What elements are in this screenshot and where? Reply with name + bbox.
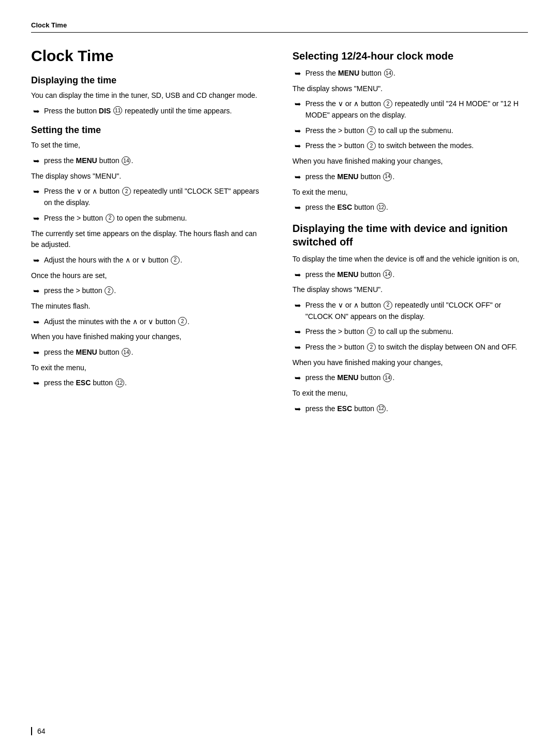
bullet-arrow-icon: ➥ — [295, 172, 301, 182]
section-displaying-time: Displaying the time You can display the … — [31, 75, 267, 117]
bullet-switch-on-off-text: Press the > button 2 to switch the displ… — [305, 342, 528, 353]
bullet-press-gt-1: ➥ press the > button 2. — [31, 285, 267, 297]
once-hours-set: Once the hours are set, — [31, 270, 267, 282]
bullet-arrow-icon: ➥ — [295, 99, 301, 109]
bullet-arrow-icon: ➥ — [33, 286, 40, 296]
bullet-clock-set-1: ➥ Press the ∨ or ∧ button 2 repeatedly u… — [31, 186, 267, 208]
bullet-adjust-hours: ➥ Adjust the hours with the ∧ or ∨ butto… — [31, 255, 267, 266]
bullet-arrow-icon: ➥ — [295, 301, 301, 310]
ignition-off-intro: To display the time when the device is o… — [292, 254, 528, 265]
bullet-arrow-icon: ➥ — [33, 156, 40, 166]
bullet-arrow-icon: ➥ — [295, 141, 301, 151]
displaying-time-body: You can display the time in the tuner, S… — [31, 90, 267, 101]
section-setting-time-title: Setting the time — [31, 125, 267, 136]
bullet-menu-r3: ➥ press the MENU button 14. — [292, 269, 528, 281]
bullet-arrow-icon: ➥ — [295, 203, 301, 212]
circled-14f: 14 — [383, 373, 392, 382]
bullet-menu-2-text: press the MENU button 14. — [44, 347, 267, 358]
section-clock-mode-title: Selecting 12/24-hour clock mode — [292, 49, 528, 63]
setting-time-intro: To set the time, — [31, 140, 267, 151]
bullet-dis-button: ➥ Press the button DIS 11 repeatedly unt… — [31, 106, 267, 117]
bullet-arrow-icon: ➥ — [295, 373, 301, 383]
bullet-esc-r2: ➥ press the ESC button 12. — [292, 403, 528, 415]
bullet-menu-2: ➥ press the MENU button 14. — [31, 347, 267, 358]
bullet-menu-r1-text: Press the MENU button 14. — [305, 68, 528, 79]
page-number: 64 — [31, 727, 46, 735]
bullet-call-submenu-r1-text: Press the > button 2 to call up the subm… — [305, 125, 528, 137]
section-setting-time: Setting the time To set the time, ➥ pres… — [31, 125, 267, 389]
display-shows-menu-3: The display shows "MENU". — [292, 284, 528, 296]
bullet-arrow-icon: ➥ — [295, 327, 301, 337]
circled-2e: 2 — [178, 317, 187, 326]
bullet-clock-off-text: Press the ∨ or ∧ button 2 repeatedly unt… — [305, 300, 528, 322]
finished-changes-r2: When you have finished making your chang… — [292, 357, 528, 369]
circled-12c: 12 — [377, 404, 386, 413]
bullet-arrow-icon: ➥ — [295, 69, 301, 78]
circled-14c: 14 — [384, 69, 393, 78]
bullet-menu-r3-text: press the MENU button 14. — [305, 269, 528, 281]
bullet-menu-r4: ➥ press the MENU button 14. — [292, 372, 528, 384]
exit-menu-r2: To exit the menu, — [292, 388, 528, 399]
main-title: Clock Time — [31, 47, 267, 65]
bullet-esc-1: ➥ press the ESC button 12. — [31, 377, 267, 389]
circled-2h: 2 — [367, 141, 376, 150]
finished-changes-1: When you have finished making your chang… — [31, 331, 267, 343]
bullet-adjust-minutes: ➥ Adjust the minutes with the ∧ or ∨ but… — [31, 316, 267, 328]
circled-2f: 2 — [384, 99, 392, 108]
finished-changes-r1: When you have finished making your chang… — [292, 156, 528, 167]
exit-menu-r1: To exit the menu, — [292, 187, 528, 198]
section-ignition-off: Displaying the time with device and igni… — [292, 222, 528, 415]
circled-2c: 2 — [171, 256, 180, 265]
bullet-adjust-hours-text: Adjust the hours with the ∧ or ∨ button … — [44, 255, 267, 266]
exit-menu-1: To exit the menu, — [31, 362, 267, 374]
circled-2i: 2 — [384, 301, 392, 310]
bullet-24h-mode-text: Press the ∨ or ∧ button 2 repeatedly unt… — [305, 98, 528, 121]
right-column: Selecting 12/24-hour clock mode ➥ Press … — [292, 47, 528, 423]
bullet-switch-modes: ➥ Press the > button 2 to switch between… — [292, 140, 528, 152]
circled-2g: 2 — [367, 126, 376, 135]
bullet-menu-r4-text: press the MENU button 14. — [305, 372, 528, 384]
bullet-call-submenu-r2-text: Press the > button 2 to call up the subm… — [305, 326, 528, 338]
content-grid: Clock Time Displaying the time You can d… — [31, 47, 528, 423]
circled-14d: 14 — [383, 172, 392, 181]
bullet-24h-mode: ➥ Press the ∨ or ∧ button 2 repeatedly u… — [292, 98, 528, 121]
bullet-menu-r2: ➥ press the MENU button 14. — [292, 171, 528, 183]
section-clock-mode: Selecting 12/24-hour clock mode ➥ Press … — [292, 49, 528, 213]
bullet-arrow-icon: ➥ — [33, 379, 40, 388]
circled-2k: 2 — [367, 343, 376, 352]
bullet-clock-off: ➥ Press the ∨ or ∧ button 2 repeatedly u… — [292, 300, 528, 322]
section-displaying-time-title: Displaying the time — [31, 75, 267, 86]
bullet-clock-set-1-text: Press the ∨ or ∧ button 2 repeatedly unt… — [44, 186, 267, 208]
left-column: Clock Time Displaying the time You can d… — [31, 47, 267, 423]
circled-14a: 14 — [122, 156, 130, 165]
minutes-flash: The minutes flash. — [31, 301, 267, 312]
page: Clock Time Clock Time Displaying the tim… — [0, 0, 559, 756]
circled-14b: 14 — [122, 348, 130, 357]
bullet-arrow-icon: ➥ — [295, 126, 301, 136]
display-shows-menu-1: The display shows "MENU". — [31, 171, 267, 182]
bullet-open-submenu-1-text: Press the > button 2 to open the submenu… — [44, 213, 267, 224]
bullet-arrow-icon: ➥ — [33, 214, 40, 223]
bullet-press-gt-1-text: press the > button 2. — [44, 285, 267, 297]
bullet-arrow-icon: ➥ — [295, 343, 301, 352]
bullet-esc-r1: ➥ press the ESC button 12. — [292, 202, 528, 213]
bullet-arrow-icon: ➥ — [295, 270, 301, 280]
circled-12a: 12 — [115, 379, 124, 387]
circled-2d: 2 — [105, 286, 113, 295]
circled-2j: 2 — [367, 327, 376, 336]
bullet-menu-1-text: press the MENU button 14. — [44, 155, 267, 167]
bullet-esc-1-text: press the ESC button 12. — [44, 377, 267, 389]
bullet-esc-r2-text: press the ESC button 12. — [305, 403, 528, 415]
section-ignition-off-title: Displaying the time with device and igni… — [292, 222, 528, 249]
bullet-arrow-icon: ➥ — [295, 404, 301, 414]
bullet-switch-modes-text: Press the > button 2 to switch between t… — [305, 140, 528, 152]
circled-2a: 2 — [122, 187, 131, 196]
bullet-arrow-icon: ➥ — [33, 348, 40, 357]
bullet-switch-on-off: ➥ Press the > button 2 to switch the dis… — [292, 342, 528, 353]
circled-12b: 12 — [377, 203, 386, 212]
bullet-call-submenu-r2: ➥ Press the > button 2 to call up the su… — [292, 326, 528, 338]
page-header: Clock Time — [31, 21, 528, 33]
bullet-dis-text: Press the button DIS 11 repeatedly until… — [44, 106, 267, 117]
circled-14e: 14 — [383, 270, 392, 279]
bullet-arrow-icon: ➥ — [33, 187, 40, 196]
